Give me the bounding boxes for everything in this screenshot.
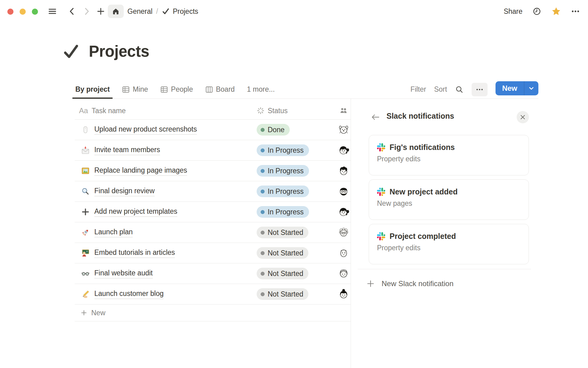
- table-row[interactable]: Embed tutorials in articles Not Started: [75, 243, 351, 263]
- table-row[interactable]: Launch customer blog Not Started: [75, 284, 351, 305]
- table-row[interactable]: Final design review In Progress: [75, 181, 351, 202]
- traffic-light-minimize[interactable]: [20, 9, 26, 15]
- task-link[interactable]: Upload new product screenshots: [94, 125, 197, 135]
- hamburger-icon[interactable]: [48, 7, 57, 16]
- task-link[interactable]: Final design review: [94, 187, 155, 196]
- panel-title: Slack notifications: [386, 112, 454, 121]
- status-dot: [261, 231, 265, 235]
- status-badge[interactable]: Done: [257, 124, 290, 136]
- avatar[interactable]: [337, 226, 350, 239]
- column-person[interactable]: [337, 106, 351, 115]
- status-badge[interactable]: Not Started: [257, 227, 308, 238]
- task-link[interactable]: Embed tutorials in articles: [94, 248, 175, 258]
- avatar[interactable]: [337, 123, 350, 136]
- avatar[interactable]: [337, 267, 350, 280]
- avatar[interactable]: [337, 185, 350, 198]
- task-link[interactable]: Replace landing page images: [94, 166, 187, 176]
- magnifier-icon: [81, 187, 89, 195]
- filter-button[interactable]: Filter: [410, 85, 426, 94]
- traffic-light-close[interactable]: [7, 9, 13, 15]
- status-badge[interactable]: In Progress: [257, 165, 309, 177]
- page-check-icon[interactable]: [62, 43, 80, 60]
- view-controls: Filter Sort New: [410, 80, 538, 98]
- slack-notification-card[interactable]: Project completed Property edits: [369, 224, 529, 264]
- teacher-icon: [81, 249, 89, 257]
- status-badge[interactable]: In Progress: [257, 186, 309, 197]
- new-button-dropdown[interactable]: [524, 81, 538, 95]
- forward-button[interactable]: [82, 7, 91, 16]
- card-title: Fig's notifications: [390, 143, 455, 152]
- status-dot: [261, 292, 265, 296]
- slack-notification-card[interactable]: Fig's notifications Property edits: [369, 135, 529, 175]
- new-button-group: New: [496, 81, 538, 95]
- titlebar-actions: Share: [504, 0, 580, 23]
- notion-window: General / Projects Share Projects By pro…: [0, 0, 588, 368]
- status-badge[interactable]: Not Started: [257, 247, 308, 259]
- slack-icon: [377, 232, 385, 240]
- chevron-down-icon: [528, 85, 535, 92]
- ellipsis-icon: [475, 85, 484, 94]
- new-button[interactable]: New: [496, 81, 524, 95]
- card-subtitle: New pages: [377, 199, 521, 208]
- status-dot: [261, 148, 265, 152]
- search-icon[interactable]: [455, 85, 464, 94]
- panel-close-button[interactable]: [517, 111, 529, 123]
- close-icon: [520, 114, 526, 120]
- home-button[interactable]: [108, 5, 124, 18]
- new-slack-notification-button[interactable]: New Slack notification: [366, 275, 454, 292]
- task-link[interactable]: Launch plan: [94, 228, 133, 237]
- new-tab-button[interactable]: [96, 7, 105, 16]
- sort-button[interactable]: Sort: [434, 85, 447, 94]
- slack-icon: [377, 143, 385, 151]
- share-button[interactable]: Share: [504, 7, 522, 16]
- check-icon: [162, 7, 170, 15]
- avatar[interactable]: [337, 288, 350, 301]
- status-badge[interactable]: In Progress: [257, 206, 309, 218]
- table-row[interactable]: Invite team members In Progress: [75, 140, 351, 161]
- breadcrumb-section[interactable]: General: [127, 7, 153, 16]
- avatar[interactable]: [337, 247, 350, 259]
- projects-table: Aa Task name Status Upload new product s…: [75, 102, 351, 321]
- table-row[interactable]: Upload new product screenshots Done: [75, 120, 351, 140]
- star-icon[interactable]: [551, 6, 561, 16]
- tab-people[interactable]: People: [160, 80, 194, 98]
- ellipsis-icon[interactable]: [571, 7, 580, 16]
- table-row[interactable]: Final website audit Not Started: [75, 263, 351, 284]
- page-title: Projects: [62, 42, 149, 60]
- table-icon: [160, 86, 168, 94]
- panel-back-button[interactable]: [371, 112, 380, 122]
- traffic-light-zoom[interactable]: [32, 9, 38, 15]
- table-panel-divider: [351, 98, 351, 368]
- column-status[interactable]: Status: [257, 107, 337, 115]
- breadcrumb-page[interactable]: Projects: [173, 7, 198, 16]
- back-button[interactable]: [67, 7, 77, 16]
- avatar[interactable]: [337, 164, 350, 177]
- status-badge[interactable]: Not Started: [257, 288, 308, 300]
- slack-notification-card[interactable]: New project added New pages: [369, 179, 529, 220]
- task-link[interactable]: Final website audit: [94, 269, 153, 278]
- framed-picture-icon: [81, 167, 89, 175]
- status-badge[interactable]: Not Started: [257, 268, 308, 279]
- view-options-button[interactable]: [472, 83, 488, 96]
- tab-by-project[interactable]: By project: [75, 80, 110, 98]
- status-dot: [261, 272, 265, 276]
- table-row[interactable]: Launch plan Not Started: [75, 222, 351, 243]
- task-link[interactable]: Launch customer blog: [94, 289, 164, 299]
- table-row[interactable]: Replace landing page images In Progress: [75, 161, 351, 181]
- rocket-icon: [81, 228, 89, 236]
- new-row-button[interactable]: New: [75, 305, 351, 321]
- plus-icon: [81, 208, 89, 216]
- avatar[interactable]: [337, 205, 350, 218]
- view-toolbar: By project Mine People Board 1 more... F…: [75, 80, 538, 99]
- status-badge[interactable]: In Progress: [257, 144, 309, 156]
- column-task-name[interactable]: Aa Task name: [75, 106, 257, 115]
- clock-icon[interactable]: [532, 7, 541, 16]
- avatar[interactable]: [337, 144, 350, 157]
- tab-more-views[interactable]: 1 more...: [246, 80, 275, 98]
- tab-mine[interactable]: Mine: [121, 80, 149, 98]
- table-row[interactable]: Add new project templates In Progress: [75, 202, 351, 222]
- task-link[interactable]: Invite team members: [94, 146, 160, 155]
- tab-board[interactable]: Board: [205, 80, 235, 98]
- task-link[interactable]: Add new project templates: [94, 207, 177, 217]
- page-title-text[interactable]: Projects: [89, 42, 149, 60]
